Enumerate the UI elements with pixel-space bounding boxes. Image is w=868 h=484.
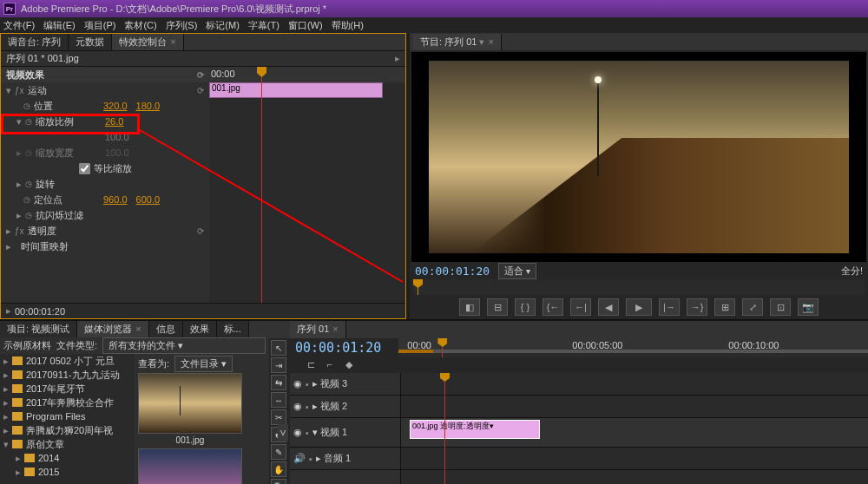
tab-effects[interactable]: 效果 — [183, 321, 217, 337]
hand-tool[interactable]: ✋ — [271, 461, 286, 477]
track-select-tool[interactable]: ⇥ — [271, 357, 286, 373]
twirl-icon[interactable]: ▸ — [6, 226, 15, 237]
track-v3[interactable] — [401, 373, 868, 396]
anchor-x[interactable]: 960.0 — [103, 194, 128, 205]
menu-marker[interactable]: 标记(M) — [206, 19, 240, 32]
selection-tool[interactable]: ↖ — [271, 340, 286, 356]
mark-out-button[interactable]: ⊟ — [487, 298, 508, 316]
tab-sequence[interactable]: 序列 01× — [290, 321, 346, 338]
snap-icon[interactable]: ⊏ — [304, 357, 318, 371]
track-v2[interactable] — [401, 396, 868, 418]
timeline-playhead[interactable] — [444, 373, 445, 484]
twirl-icon[interactable]: ▸ — [16, 179, 25, 190]
ecp-menu-icon[interactable]: ▸ — [395, 53, 400, 64]
menu-clip[interactable]: 素材(C) — [124, 19, 156, 32]
menu-edit[interactable]: 编辑(E) — [43, 19, 76, 32]
ecp-motion[interactable]: ▾ ƒx 运动 ⟳ — [1, 82, 209, 98]
track-header-v2[interactable]: ◉▪ ▸ 视频 2 — [290, 396, 400, 418]
track-header-a1[interactable]: 🔊▪ ▸ 音频 1 — [290, 448, 400, 470]
eye-icon[interactable]: ◉ — [293, 401, 302, 412]
reset-icon[interactable]: ⟳ — [197, 86, 204, 95]
twirl-icon[interactable]: ▸ — [16, 210, 25, 221]
ecp-timeline[interactable]: 00:00 001.jpg — [209, 67, 405, 303]
view-as-dropdown[interactable]: 文件目录 ▾ — [174, 356, 233, 372]
go-to-in-button[interactable]: {← — [542, 298, 563, 316]
stopwatch-icon[interactable]: ◷ — [23, 195, 30, 204]
tree-item[interactable]: ▸奔腾威力狮20周年视 — [0, 423, 135, 437]
ecp-opacity[interactable]: ▸ ƒx 透明度 ⟳ — [1, 223, 209, 239]
track-header-v1[interactable]: V ◉▪ ▾ 视频 1 — [290, 418, 400, 448]
close-icon[interactable]: × — [332, 324, 338, 334]
stopwatch-icon[interactable]: ◷ — [23, 101, 30, 110]
ecp-clip-bar[interactable]: 001.jpg — [209, 82, 383, 98]
tree-item[interactable]: ▸2017年奔腾校企合作 — [0, 396, 135, 409]
anchor-y[interactable]: 600.0 — [136, 194, 161, 205]
uniform-scale-checkbox[interactable] — [79, 163, 90, 174]
step-back-button[interactable]: ←| — [570, 298, 591, 316]
program-playhead[interactable] — [418, 279, 418, 295]
tab-info[interactable]: 信息 — [149, 321, 183, 337]
step-forward-button[interactable]: |→ — [659, 298, 680, 316]
go-to-out-button[interactable]: →} — [687, 298, 707, 316]
tree-item[interactable]: ▸2017年尾牙节 — [0, 382, 135, 396]
eye-icon[interactable]: ◉ — [293, 427, 302, 438]
track-header-v3[interactable]: ◉▪ ▸ 视频 3 — [290, 373, 400, 396]
menu-title[interactable]: 字幕(T) — [248, 19, 279, 32]
pen-tool[interactable]: ✎ — [271, 444, 286, 460]
ecp-playhead[interactable] — [261, 67, 262, 303]
chevron-icon[interactable]: ▸ — [6, 305, 11, 317]
lift-button[interactable]: ⊞ — [714, 298, 735, 316]
program-monitor[interactable] — [411, 52, 866, 262]
ripple-edit-tool[interactable]: ⇆ — [271, 375, 286, 390]
program-scrub-bar[interactable] — [413, 279, 865, 295]
menu-file[interactable]: 文件(F) — [3, 19, 35, 32]
linked-selection-icon[interactable]: ⌐ — [323, 357, 337, 371]
tab-project[interactable]: 项目: 视频测试 — [0, 321, 77, 337]
timeline-playhead[interactable] — [442, 338, 443, 357]
tab-markers[interactable]: 标... — [217, 321, 249, 337]
filetype-dropdown[interactable]: 所有支持的文件 ▾ — [102, 337, 266, 354]
media-thumbnail[interactable]: 001.jpg — [138, 373, 242, 447]
menu-window[interactable]: 窗口(W) — [288, 19, 323, 32]
tab-audio-mixer[interactable]: 调音台: 序列 — [1, 34, 69, 50]
twirl-icon[interactable]: ▾ — [6, 85, 15, 96]
program-resolution-dropdown[interactable]: 全分! — [841, 265, 863, 278]
ecp-timecode[interactable]: 00:00:01:20 — [15, 306, 65, 317]
tab-program[interactable]: 节目: 序列 01 ▾× — [413, 34, 502, 50]
marker-icon[interactable]: ◆ — [342, 357, 356, 371]
eye-icon[interactable]: ◉ — [293, 378, 302, 389]
close-icon[interactable]: × — [135, 324, 141, 334]
tree-item[interactable]: ▾原创文章 — [0, 437, 135, 451]
lock-icon[interactable]: ▪ — [309, 454, 312, 464]
position-y[interactable]: 180.0 — [136, 101, 161, 111]
safe-margins-button[interactable]: ⊡ — [770, 298, 791, 316]
position-x[interactable]: 320.0 — [103, 101, 128, 111]
zoom-tool[interactable]: 🔍 — [271, 479, 286, 484]
work-area-bar[interactable] — [398, 350, 868, 353]
program-timecode[interactable]: 00:00:01:20 — [415, 265, 490, 278]
mark-clip-button[interactable]: { } — [515, 298, 536, 316]
tree-item[interactable]: ▸20170911-九九九活动 — [0, 368, 135, 382]
twirl-icon[interactable]: ▸ — [6, 241, 15, 252]
lock-icon[interactable]: ▪ — [306, 402, 309, 412]
razor-tool[interactable]: ✂ — [271, 409, 286, 425]
menu-sequence[interactable]: 序列(S) — [166, 19, 198, 32]
track-v1[interactable]: 001.jpg 透明度:透明度▾ — [401, 418, 868, 448]
lock-icon[interactable]: ▪ — [306, 428, 309, 438]
reset-icon[interactable]: ⟳ — [197, 70, 204, 80]
menu-help[interactable]: 帮助(H) — [332, 19, 364, 32]
export-frame-button[interactable]: 📷 — [798, 298, 819, 316]
timeline-ruler[interactable]: 00:00 00:00:05:00 00:00:10:00 00:00:15:0… — [398, 338, 868, 352]
tab-media-browser[interactable]: 媒体浏览器× — [77, 321, 148, 337]
timeline-timecode[interactable]: 00:00:01:20 — [295, 340, 381, 356]
close-icon[interactable]: × — [170, 36, 175, 47]
timeline-clip[interactable]: 001.jpg 透明度:透明度▾ — [410, 420, 540, 439]
tree-item[interactable]: ▸Program Files — [0, 409, 135, 423]
play-backward-button[interactable]: ◀ — [598, 298, 619, 316]
close-icon[interactable]: × — [488, 36, 493, 47]
tab-metadata[interactable]: 元数据 — [69, 34, 112, 50]
stopwatch-icon[interactable]: ◷ — [25, 211, 32, 219]
ecp-time-remapping[interactable]: ▸ 时间重映射 — [1, 239, 209, 254]
tree-item[interactable]: ▸2015 — [0, 465, 135, 479]
menu-project[interactable]: 项目(P) — [84, 19, 116, 32]
